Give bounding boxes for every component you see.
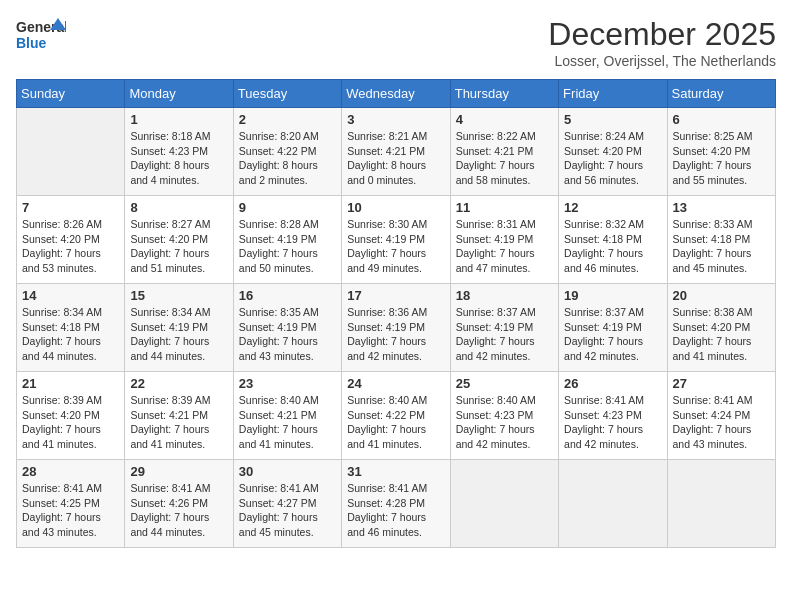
day-info: Sunrise: 8:37 AMSunset: 4:19 PMDaylight:… [564, 305, 661, 364]
header-day: Wednesday [342, 80, 450, 108]
logo-svg: General Blue [16, 16, 66, 60]
calendar-cell [559, 460, 667, 548]
calendar-cell: 17 Sunrise: 8:36 AMSunset: 4:19 PMDaylig… [342, 284, 450, 372]
calendar-cell: 15 Sunrise: 8:34 AMSunset: 4:19 PMDaylig… [125, 284, 233, 372]
calendar-cell: 7 Sunrise: 8:26 AMSunset: 4:20 PMDayligh… [17, 196, 125, 284]
calendar-cell: 20 Sunrise: 8:38 AMSunset: 4:20 PMDaylig… [667, 284, 775, 372]
day-number: 25 [456, 376, 553, 391]
day-number: 27 [673, 376, 770, 391]
day-number: 19 [564, 288, 661, 303]
day-number: 9 [239, 200, 336, 215]
day-info: Sunrise: 8:27 AMSunset: 4:20 PMDaylight:… [130, 217, 227, 276]
calendar-cell: 24 Sunrise: 8:40 AMSunset: 4:22 PMDaylig… [342, 372, 450, 460]
day-number: 18 [456, 288, 553, 303]
day-number: 13 [673, 200, 770, 215]
calendar-cell: 10 Sunrise: 8:30 AMSunset: 4:19 PMDaylig… [342, 196, 450, 284]
day-info: Sunrise: 8:34 AMSunset: 4:18 PMDaylight:… [22, 305, 119, 364]
calendar-cell [667, 460, 775, 548]
calendar-cell: 4 Sunrise: 8:22 AMSunset: 4:21 PMDayligh… [450, 108, 558, 196]
day-info: Sunrise: 8:21 AMSunset: 4:21 PMDaylight:… [347, 129, 444, 188]
day-number: 15 [130, 288, 227, 303]
header-day: Friday [559, 80, 667, 108]
day-info: Sunrise: 8:41 AMSunset: 4:26 PMDaylight:… [130, 481, 227, 540]
day-number: 20 [673, 288, 770, 303]
logo: General Blue [16, 16, 66, 60]
calendar-cell [17, 108, 125, 196]
day-number: 28 [22, 464, 119, 479]
header-day: Tuesday [233, 80, 341, 108]
day-info: Sunrise: 8:41 AMSunset: 4:28 PMDaylight:… [347, 481, 444, 540]
day-number: 2 [239, 112, 336, 127]
month-title: December 2025 [548, 16, 776, 53]
day-number: 8 [130, 200, 227, 215]
svg-text:Blue: Blue [16, 35, 47, 51]
location: Losser, Overijssel, The Netherlands [548, 53, 776, 69]
day-info: Sunrise: 8:34 AMSunset: 4:19 PMDaylight:… [130, 305, 227, 364]
day-number: 10 [347, 200, 444, 215]
calendar-cell: 11 Sunrise: 8:31 AMSunset: 4:19 PMDaylig… [450, 196, 558, 284]
day-info: Sunrise: 8:37 AMSunset: 4:19 PMDaylight:… [456, 305, 553, 364]
day-info: Sunrise: 8:31 AMSunset: 4:19 PMDaylight:… [456, 217, 553, 276]
calendar-table: SundayMondayTuesdayWednesdayThursdayFrid… [16, 79, 776, 548]
calendar-cell: 30 Sunrise: 8:41 AMSunset: 4:27 PMDaylig… [233, 460, 341, 548]
day-info: Sunrise: 8:39 AMSunset: 4:20 PMDaylight:… [22, 393, 119, 452]
calendar-cell: 21 Sunrise: 8:39 AMSunset: 4:20 PMDaylig… [17, 372, 125, 460]
header-day: Monday [125, 80, 233, 108]
calendar-week-row: 21 Sunrise: 8:39 AMSunset: 4:20 PMDaylig… [17, 372, 776, 460]
calendar-cell: 19 Sunrise: 8:37 AMSunset: 4:19 PMDaylig… [559, 284, 667, 372]
calendar-week-row: 28 Sunrise: 8:41 AMSunset: 4:25 PMDaylig… [17, 460, 776, 548]
day-number: 16 [239, 288, 336, 303]
calendar-cell: 16 Sunrise: 8:35 AMSunset: 4:19 PMDaylig… [233, 284, 341, 372]
header-day: Sunday [17, 80, 125, 108]
day-info: Sunrise: 8:38 AMSunset: 4:20 PMDaylight:… [673, 305, 770, 364]
calendar-cell: 6 Sunrise: 8:25 AMSunset: 4:20 PMDayligh… [667, 108, 775, 196]
day-info: Sunrise: 8:26 AMSunset: 4:20 PMDaylight:… [22, 217, 119, 276]
day-info: Sunrise: 8:41 AMSunset: 4:25 PMDaylight:… [22, 481, 119, 540]
calendar-week-row: 1 Sunrise: 8:18 AMSunset: 4:23 PMDayligh… [17, 108, 776, 196]
day-info: Sunrise: 8:20 AMSunset: 4:22 PMDaylight:… [239, 129, 336, 188]
day-number: 17 [347, 288, 444, 303]
day-info: Sunrise: 8:30 AMSunset: 4:19 PMDaylight:… [347, 217, 444, 276]
day-number: 26 [564, 376, 661, 391]
day-info: Sunrise: 8:22 AMSunset: 4:21 PMDaylight:… [456, 129, 553, 188]
page-header: General Blue December 2025 Losser, Overi… [16, 16, 776, 69]
calendar-cell: 31 Sunrise: 8:41 AMSunset: 4:28 PMDaylig… [342, 460, 450, 548]
day-info: Sunrise: 8:41 AMSunset: 4:24 PMDaylight:… [673, 393, 770, 452]
day-info: Sunrise: 8:40 AMSunset: 4:23 PMDaylight:… [456, 393, 553, 452]
day-number: 3 [347, 112, 444, 127]
day-info: Sunrise: 8:35 AMSunset: 4:19 PMDaylight:… [239, 305, 336, 364]
day-number: 12 [564, 200, 661, 215]
day-number: 6 [673, 112, 770, 127]
day-number: 21 [22, 376, 119, 391]
calendar-week-row: 7 Sunrise: 8:26 AMSunset: 4:20 PMDayligh… [17, 196, 776, 284]
day-info: Sunrise: 8:24 AMSunset: 4:20 PMDaylight:… [564, 129, 661, 188]
calendar-week-row: 14 Sunrise: 8:34 AMSunset: 4:18 PMDaylig… [17, 284, 776, 372]
calendar-cell [450, 460, 558, 548]
day-info: Sunrise: 8:39 AMSunset: 4:21 PMDaylight:… [130, 393, 227, 452]
day-number: 31 [347, 464, 444, 479]
day-info: Sunrise: 8:36 AMSunset: 4:19 PMDaylight:… [347, 305, 444, 364]
calendar-cell: 14 Sunrise: 8:34 AMSunset: 4:18 PMDaylig… [17, 284, 125, 372]
day-info: Sunrise: 8:40 AMSunset: 4:22 PMDaylight:… [347, 393, 444, 452]
day-number: 22 [130, 376, 227, 391]
calendar-cell: 28 Sunrise: 8:41 AMSunset: 4:25 PMDaylig… [17, 460, 125, 548]
day-number: 4 [456, 112, 553, 127]
calendar-cell: 9 Sunrise: 8:28 AMSunset: 4:19 PMDayligh… [233, 196, 341, 284]
day-number: 14 [22, 288, 119, 303]
day-info: Sunrise: 8:32 AMSunset: 4:18 PMDaylight:… [564, 217, 661, 276]
calendar-cell: 25 Sunrise: 8:40 AMSunset: 4:23 PMDaylig… [450, 372, 558, 460]
day-number: 7 [22, 200, 119, 215]
day-number: 24 [347, 376, 444, 391]
day-number: 11 [456, 200, 553, 215]
calendar-cell: 2 Sunrise: 8:20 AMSunset: 4:22 PMDayligh… [233, 108, 341, 196]
header-row: SundayMondayTuesdayWednesdayThursdayFrid… [17, 80, 776, 108]
day-info: Sunrise: 8:41 AMSunset: 4:27 PMDaylight:… [239, 481, 336, 540]
header-day: Saturday [667, 80, 775, 108]
header-day: Thursday [450, 80, 558, 108]
calendar-cell: 29 Sunrise: 8:41 AMSunset: 4:26 PMDaylig… [125, 460, 233, 548]
day-info: Sunrise: 8:25 AMSunset: 4:20 PMDaylight:… [673, 129, 770, 188]
calendar-cell: 22 Sunrise: 8:39 AMSunset: 4:21 PMDaylig… [125, 372, 233, 460]
calendar-cell: 1 Sunrise: 8:18 AMSunset: 4:23 PMDayligh… [125, 108, 233, 196]
title-block: December 2025 Losser, Overijssel, The Ne… [548, 16, 776, 69]
day-info: Sunrise: 8:41 AMSunset: 4:23 PMDaylight:… [564, 393, 661, 452]
